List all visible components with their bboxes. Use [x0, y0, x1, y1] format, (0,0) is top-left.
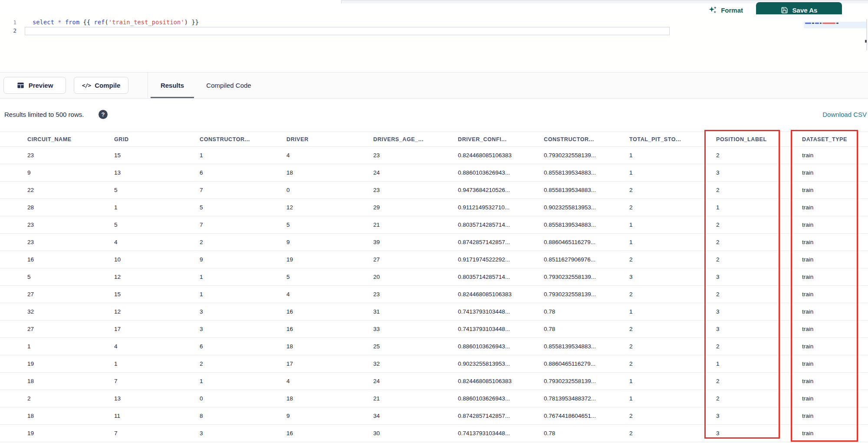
editor-scrollbar-thumb[interactable]	[865, 40, 867, 43]
help-icon[interactable]: ?	[99, 110, 108, 119]
table-cell: 0.8035714285714...	[458, 216, 544, 233]
table-cell: 2	[629, 425, 716, 442]
table-cell: 1	[114, 355, 200, 372]
table-cell: 33	[373, 321, 458, 337]
table-cell: 0.8860103626943...	[458, 390, 544, 407]
results-limit-text: Results limited to 500 rows.	[4, 109, 84, 120]
table-cell: 0.8742857142857...	[458, 234, 544, 251]
table-row: 23575210.8035714285714...0.8558139534883…	[0, 216, 868, 234]
table-cell: train	[802, 216, 868, 233]
table-cell: 17	[114, 321, 200, 337]
table-row: 271514230.8244680851063830.7930232558139…	[0, 286, 868, 303]
table-cell: 0.8558139534883...	[544, 216, 629, 233]
table-cell: 23	[27, 216, 114, 233]
table-cell: 23	[27, 234, 114, 251]
column-header-constructor-1: CONSTRUCTOR...	[200, 132, 286, 146]
preview-button[interactable]: Preview	[3, 77, 66, 94]
table-cell: 2	[629, 251, 716, 268]
table-cell: train	[802, 390, 868, 407]
table-cell: 1	[200, 286, 286, 303]
line-number-1: 1	[7, 19, 16, 26]
table-cell: 4	[286, 373, 373, 390]
download-csv-link[interactable]: Download CSV	[822, 109, 867, 120]
table-cell: 25	[373, 338, 458, 355]
code-icon: </>	[82, 82, 91, 89]
table-row: 2717316330.7413793103448...0.7823train	[0, 321, 868, 338]
editor-minimap[interactable]	[804, 22, 867, 28]
table-cell: 2	[629, 321, 716, 337]
column-header-driver: DRIVER	[286, 132, 373, 146]
table-cell: 2	[629, 407, 716, 424]
table-cell: 1	[629, 390, 716, 407]
table-cell: 3	[629, 268, 716, 285]
table-cell: 7	[200, 182, 286, 198]
table-cell: 18	[286, 164, 373, 181]
toolbar-divider	[148, 73, 148, 98]
table-cell: 2	[629, 199, 716, 216]
table-cell: train	[802, 164, 868, 181]
table-cell: 0.7813953488372...	[544, 390, 629, 407]
table-cell: 18	[286, 390, 373, 407]
minimap-mark	[805, 23, 811, 24]
table-cell: 0.78	[544, 321, 629, 337]
table-cell: 9	[286, 407, 373, 424]
table-cell: 9	[200, 251, 286, 268]
table-cell: 0.7413793103448...	[458, 303, 544, 320]
table-cell: 15	[114, 286, 200, 303]
table-cell: 0.9171974522292...	[458, 251, 544, 268]
table-row: 22570230.9473684210526...0.8558139534883…	[0, 182, 868, 199]
save-icon	[781, 7, 788, 14]
table-cell: 11	[114, 407, 200, 424]
table-cell: train	[802, 355, 868, 372]
tab-compiled-code[interactable]: Compiled Code	[196, 73, 261, 98]
table-cell: 2	[716, 338, 802, 355]
table-cell: 0.78	[544, 425, 629, 442]
table-cell: 1	[629, 164, 716, 181]
table-row: 51215200.8035714285714...0.7930232558139…	[0, 268, 868, 286]
table-cell: train	[802, 373, 868, 390]
table-cell: 23	[373, 147, 458, 164]
table-row: 913618240.8860103626943...0.855813953488…	[0, 164, 868, 182]
compile-button[interactable]: </> Compile	[74, 77, 128, 94]
table-cell: 16	[286, 425, 373, 442]
table-cell: 0.8860103626943...	[458, 164, 544, 181]
table-cell: 6	[200, 338, 286, 355]
table-cell: 13	[114, 390, 200, 407]
table-cell: 16	[286, 321, 373, 337]
table-cell: train	[802, 303, 868, 320]
table-cell: 1	[200, 373, 286, 390]
minimap-mark	[820, 23, 822, 24]
table-cell: 0.8035714285714...	[458, 268, 544, 285]
table-cell: 0.8558139534883...	[544, 182, 629, 198]
table-cell: 3	[716, 321, 802, 337]
table-cell: 2	[716, 251, 802, 268]
table-cell: 1	[27, 338, 114, 355]
table-cell: 2	[200, 355, 286, 372]
tab-results[interactable]: Results	[151, 73, 194, 98]
table-cell: 29	[373, 199, 458, 216]
table-cell: 1	[114, 199, 200, 216]
table-cell: train	[802, 199, 868, 216]
table-header-row: CIRCUIT_NAME GRID CONSTRUCTOR... DRIVER …	[0, 132, 868, 147]
column-header-circuit-name: CIRCUIT_NAME	[27, 132, 114, 146]
table-cell: 27	[27, 321, 114, 337]
table-cell: 27	[27, 286, 114, 303]
editor-scrollbar-track[interactable]	[866, 19, 867, 50]
table-cell: 2	[27, 390, 114, 407]
table-cell: 2	[629, 355, 716, 372]
column-header-driver-confi: DRIVER_CONFI...	[458, 132, 544, 146]
table-cell: 24	[373, 164, 458, 181]
sql-code-editor[interactable]: 1 2 select * from {{ ref('train_test_pos…	[0, 14, 868, 72]
table-cell: 3	[200, 303, 286, 320]
table-cell: 0.9023255813953...	[544, 199, 629, 216]
table-cell: 16	[27, 251, 114, 268]
table-cell: 1	[629, 147, 716, 164]
table-cell: 0.7930232558139...	[544, 286, 629, 303]
table-row: 191217320.9023255813953...0.886046511627…	[0, 355, 868, 373]
minimap-mark	[836, 23, 838, 24]
table-row: 181189340.8742857142857...0.767441860465…	[0, 407, 868, 425]
column-header-drivers-age: DRIVERS_AGE_...	[373, 132, 458, 146]
results-toolbar: Preview </> Compile Results Compiled Cod…	[0, 72, 868, 99]
table-cell: 5	[286, 216, 373, 233]
table-row: 197316300.7413793103448...0.7823train	[0, 425, 868, 442]
